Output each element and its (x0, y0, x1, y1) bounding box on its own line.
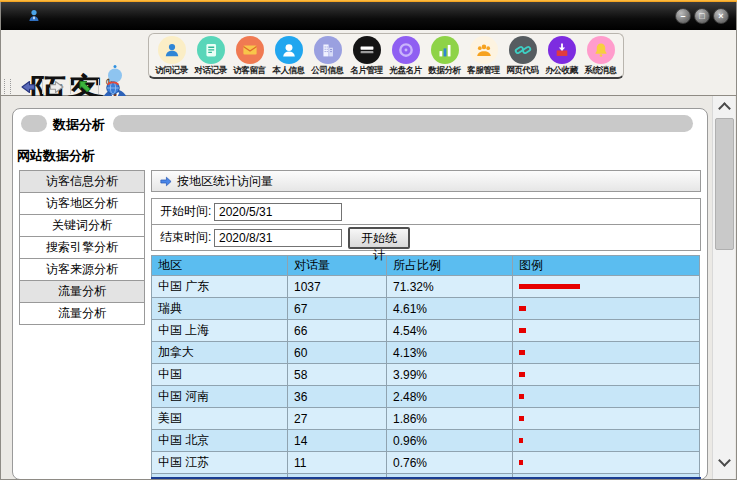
end-time-label: 结束时间: (160, 229, 212, 246)
start-time-input[interactable] (214, 203, 342, 221)
legend-cell (513, 430, 700, 451)
sidebar-item[interactable]: 关键词分析 (19, 214, 145, 237)
toolbar-button[interactable]: 光盘名片 (386, 35, 425, 77)
toolbar-button-label: 网页代码 (504, 64, 541, 76)
region-cell: 中国 (152, 364, 288, 385)
sidebar-item[interactable]: 搜索引擎分析 (19, 236, 145, 259)
count-cell: 66 (288, 320, 387, 341)
legend-cell (513, 474, 700, 479)
table-row: 中国 北京140.96% (152, 430, 700, 452)
data-analysis-panel: 数据分析 网站数据分析 访客信息分析访客地区分析关键词分析搜索引擎分析访客来源分… (12, 108, 708, 480)
pct-cell: 2.48% (387, 386, 513, 407)
toolbar-button-label: 数据分析 (426, 64, 463, 76)
toolbar-button[interactable]: 本人信息 (269, 35, 308, 77)
legend-bar (519, 394, 524, 399)
tab-strip-left-pill (21, 115, 47, 132)
toolbar-button[interactable]: 客服管理 (464, 35, 503, 77)
pct-cell: 71.32% (387, 276, 513, 297)
pct-cell: 0.69% (387, 474, 513, 479)
content-area: 数据分析 网站数据分析 访客信息分析访客地区分析关键词分析搜索引擎分析访客来源分… (0, 96, 737, 480)
minimize-button[interactable]: – (675, 8, 691, 24)
table-row: 中国 广东103771.32% (152, 276, 700, 298)
maximize-button[interactable]: □ (694, 8, 710, 24)
web-code-icon (509, 36, 537, 64)
legend-bar (519, 372, 525, 377)
region-cell: 瑞典 (152, 298, 288, 319)
start-time-label: 开始时间: (160, 203, 212, 220)
legend-cell (513, 364, 700, 385)
scrollbar-thumb[interactable] (715, 118, 734, 250)
refresh-icon[interactable] (76, 78, 94, 96)
toolbar-button[interactable]: 公司信息 (308, 35, 347, 77)
forward-icon[interactable] (48, 78, 66, 96)
start-statistics-button[interactable]: 开始统计 (348, 227, 410, 249)
toolbar-button-label: 系统消息 (582, 64, 619, 76)
legend-cell (513, 276, 700, 297)
toolbar-button-label: 名片管理 (348, 64, 385, 76)
legend-cell (513, 386, 700, 407)
scroll-down-icon[interactable] (718, 454, 731, 467)
pct-cell: 0.96% (387, 430, 513, 451)
toolbar-button[interactable]: 对话记录 (191, 35, 230, 77)
legend-bar (519, 306, 526, 311)
legend-cell (513, 452, 700, 473)
visitor-message-icon (236, 36, 264, 64)
report-header: 按地区统计访问量 (151, 170, 701, 192)
region-cell: 美国 (152, 408, 288, 429)
toolbar-grip[interactable] (4, 79, 11, 94)
close-button[interactable]: × (713, 8, 729, 24)
scroll-up-icon[interactable] (718, 102, 731, 115)
report-frame: 按地区统计访问量 开始时间: 结束时间: 开始统计 地区对话量所占比例图例中国 … (151, 170, 701, 479)
blue-arrow-icon (159, 175, 172, 188)
sidebar-item[interactable]: 流量分析 (19, 302, 145, 325)
toolbar-button[interactable]: 数据分析 (425, 35, 464, 77)
legend-bar (519, 460, 523, 465)
sidebar-item[interactable]: 访客来源分析 (19, 258, 145, 281)
toolbar-button[interactable]: 网页代码 (503, 35, 542, 77)
toolbar-button-label: 公司信息 (309, 64, 346, 76)
main-toolbar: 访问记录对话记录访客留言本人信息公司信息名片管理光盘名片数据分析客服管理网页代码… (148, 33, 624, 79)
legend-bar (519, 328, 526, 333)
toolbar-button[interactable]: 系统消息 (581, 35, 620, 77)
vertical-scrollbar[interactable] (712, 96, 735, 480)
toolbar-button-label: 客服管理 (465, 64, 502, 76)
count-cell: 36 (288, 386, 387, 407)
legend-bar (519, 416, 524, 421)
pct-cell: 4.13% (387, 342, 513, 363)
title-bar[interactable]: – □ × (0, 2, 737, 30)
table-row: 中国 江苏110.76% (152, 452, 700, 474)
table-row: 加拿大604.13% (152, 342, 700, 364)
toolbar-button-label: 光盘名片 (387, 64, 424, 76)
legend-bar (519, 350, 525, 355)
end-time-input[interactable] (214, 229, 342, 247)
toolbar-separator (42, 79, 43, 94)
column-header: 所占比例 (387, 256, 513, 275)
sidebar-item[interactable]: 访客地区分析 (19, 192, 145, 215)
window-controls: – □ × (675, 8, 729, 24)
toolbar-button[interactable]: 名片管理 (347, 35, 386, 77)
region-cell: 中国 河南 (152, 386, 288, 407)
home-globe-icon[interactable] (104, 78, 122, 96)
sidebar-group-header[interactable]: 访客信息分析 (19, 170, 145, 193)
region-cell: 中国 浙江 (152, 474, 288, 479)
region-cell: 加拿大 (152, 342, 288, 363)
count-cell: 1037 (288, 276, 387, 297)
column-header: 地区 (152, 256, 288, 275)
count-cell: 58 (288, 364, 387, 385)
back-icon[interactable] (19, 78, 37, 96)
column-header: 图例 (513, 256, 700, 275)
customer-service-icon (470, 36, 498, 64)
toolbar-separator (98, 79, 99, 94)
sidebar-group-header[interactable]: 流量分析 (19, 280, 145, 303)
toolbar-button[interactable]: 访问记录 (152, 35, 191, 77)
pct-cell: 4.54% (387, 320, 513, 341)
toolbar-button[interactable]: 访客留言 (230, 35, 269, 77)
tab-data-analysis[interactable]: 数据分析 (53, 116, 105, 134)
legend-cell (513, 342, 700, 363)
toolbar-button[interactable]: 办公收藏 (542, 35, 581, 77)
analysis-sidebar: 访客信息分析访客地区分析关键词分析搜索引擎分析访客来源分析流量分析流量分析 (19, 170, 145, 325)
tab-strip-right-pill (113, 115, 693, 132)
end-time-row: 结束时间: 开始统计 (151, 224, 701, 251)
toolbar-area: 陌客® 访问记录对话记录访客留言本人信息公司信息名片管理光盘名片数据分析客服管理… (0, 30, 737, 96)
app-window: – □ × 陌客® 访问记录对话记录访客留言本人信息公司信息名片管理光盘名片数据… (0, 0, 737, 480)
